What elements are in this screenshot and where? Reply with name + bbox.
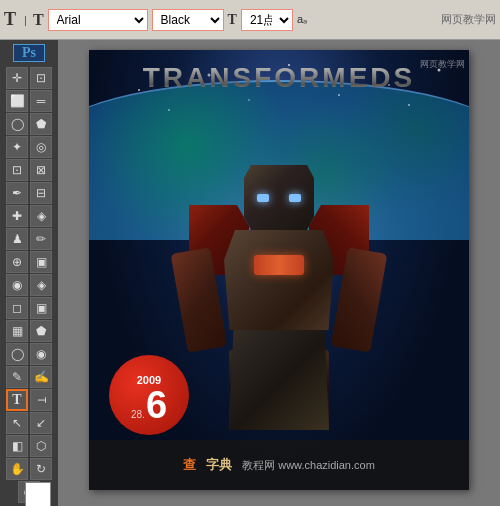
direct-selection[interactable]: ↙ <box>30 412 52 434</box>
badge-sub: 28. <box>131 409 145 420</box>
canvas-area: TRANSFORMEDS 2009 28. 6 查 字典 教程网 www.cha… <box>58 40 500 506</box>
antialiasing-label: aₐ <box>297 13 307 26</box>
tool-row-16: ↖ ↙ <box>6 412 52 434</box>
single-row-tool[interactable]: ═ <box>30 90 52 112</box>
size-icon: T <box>228 12 237 28</box>
rotate-view[interactable]: ↻ <box>30 458 52 480</box>
art-history[interactable]: ◈ <box>30 274 52 296</box>
hand-tool[interactable]: ✋ <box>6 458 28 480</box>
tool-row-18: ✋ ↻ <box>6 458 52 480</box>
paint-bucket[interactable]: ⬟ <box>30 320 52 342</box>
badge: 2009 28. 6 <box>109 355 189 435</box>
badge-number: 6 <box>146 386 167 424</box>
watermark: 网页教学网 <box>420 58 465 71</box>
tool-row-15: T T <box>6 389 52 411</box>
brush-tool[interactable]: ♟ <box>6 228 28 250</box>
vertical-text[interactable]: T <box>30 389 52 411</box>
tool-row-11: ◻ ▣ <box>6 297 52 319</box>
ruler-tool[interactable]: ⊟ <box>30 182 52 204</box>
robot-head <box>244 165 314 230</box>
tool-row-4: ✦ ◎ <box>6 136 52 158</box>
site-domain: 教程网 www.chazidian.com <box>242 458 375 473</box>
bottom-bar: 查 字典 教程网 www.chazidian.com <box>89 440 469 490</box>
move-tool[interactable]: ✛ <box>6 67 28 89</box>
tool-row-8: ♟ ✏ <box>6 228 52 250</box>
canvas-title: TRANSFORMEDS <box>89 62 469 94</box>
tool-row-10: ◉ ◈ <box>6 274 52 296</box>
polygon-lasso[interactable]: ⬟ <box>30 113 52 135</box>
tool-row-12: ▦ ⬟ <box>6 320 52 342</box>
pencil-tool[interactable]: ✏ <box>30 228 52 250</box>
tool-row-2: ⬜ ═ <box>6 90 52 112</box>
robot-eye-right <box>289 194 301 202</box>
pen-tool[interactable]: ✎ <box>6 366 28 388</box>
crop-tool[interactable]: ⊡ <box>6 159 28 181</box>
robot-chest <box>224 230 334 330</box>
artboard-tool[interactable]: ⊡ <box>30 67 52 89</box>
path-selection[interactable]: ↖ <box>6 412 28 434</box>
marquee-tool[interactable]: ⬜ <box>6 90 28 112</box>
ps-logo: Ps <box>13 44 45 62</box>
patch-tool[interactable]: ◈ <box>30 205 52 227</box>
tool-row-13: ◯ ◉ <box>6 343 52 365</box>
font-size-select[interactable]: 21点 <box>241 9 293 31</box>
toolbar-sep1: | <box>24 14 27 26</box>
tool-row-9: ⊕ ▣ <box>6 251 52 273</box>
left-toolbar: Ps ✛ ⊡ ⬜ ═ ◯ ⬟ ✦ ◎ ⊡ ⊠ ✒ ⊟ ✚ ◈ ♟ <box>0 40 58 506</box>
shape-tool[interactable]: ◧ <box>6 435 28 457</box>
badge-number-group: 28. 6 <box>131 386 167 424</box>
tool-row-17: ◧ ⬡ <box>6 435 52 457</box>
photoshop-canvas: TRANSFORMEDS 2009 28. 6 查 字典 教程网 www.cha… <box>89 50 469 490</box>
bg-eraser[interactable]: ▣ <box>30 297 52 319</box>
text-tool[interactable]: T <box>6 389 28 411</box>
freeform-pen[interactable]: ✍ <box>30 366 52 388</box>
font-family-select[interactable]: Arial <box>48 9 148 31</box>
text-tool-icon: T <box>4 9 16 30</box>
tool-row-1: ✛ ⊡ <box>6 67 52 89</box>
magic-wand[interactable]: ✦ <box>6 136 28 158</box>
tool-row-7: ✚ ◈ <box>6 205 52 227</box>
clone-stamp[interactable]: ⊕ <box>6 251 28 273</box>
dodge-tool[interactable]: ◯ <box>6 343 28 365</box>
gradient-tool[interactable]: ▦ <box>6 320 28 342</box>
tool-row-6: ✒ ⊟ <box>6 182 52 204</box>
lasso-tool[interactable]: ◯ <box>6 113 28 135</box>
site-name: 字典 <box>206 456 232 474</box>
toolbar: T | T Arial Black T 21点 aₐ 网页教学网 <box>0 0 500 40</box>
tool-row-5: ⊡ ⊠ <box>6 159 52 181</box>
healing-tool[interactable]: ✚ <box>6 205 28 227</box>
slice-tool[interactable]: ⊠ <box>30 159 52 181</box>
font-style-select[interactable]: Black <box>152 9 224 31</box>
background-color[interactable] <box>25 482 51 506</box>
pattern-stamp[interactable]: ▣ <box>30 251 52 273</box>
history-brush[interactable]: ◉ <box>6 274 28 296</box>
robot-figure <box>149 130 409 430</box>
robot-chest-detail <box>254 255 304 275</box>
tool-row-14: ✎ ✍ <box>6 366 52 388</box>
watermark-label: 网页教学网 <box>441 12 496 27</box>
quick-select[interactable]: ◎ <box>30 136 52 158</box>
tool-row-3: ◯ ⬟ <box>6 113 52 135</box>
burn-tool[interactable]: ◉ <box>30 343 52 365</box>
eraser-tool[interactable]: ◻ <box>6 297 28 319</box>
eyedropper-tool[interactable]: ✒ <box>6 182 28 204</box>
site-logo: 查 <box>183 456 196 474</box>
custom-shape[interactable]: ⬡ <box>30 435 52 457</box>
main-area: Ps ✛ ⊡ ⬜ ═ ◯ ⬟ ✦ ◎ ⊡ ⊠ ✒ ⊟ ✚ ◈ ♟ <box>0 40 500 506</box>
font-type-icon: T <box>33 11 44 29</box>
robot-eye-left <box>257 194 269 202</box>
